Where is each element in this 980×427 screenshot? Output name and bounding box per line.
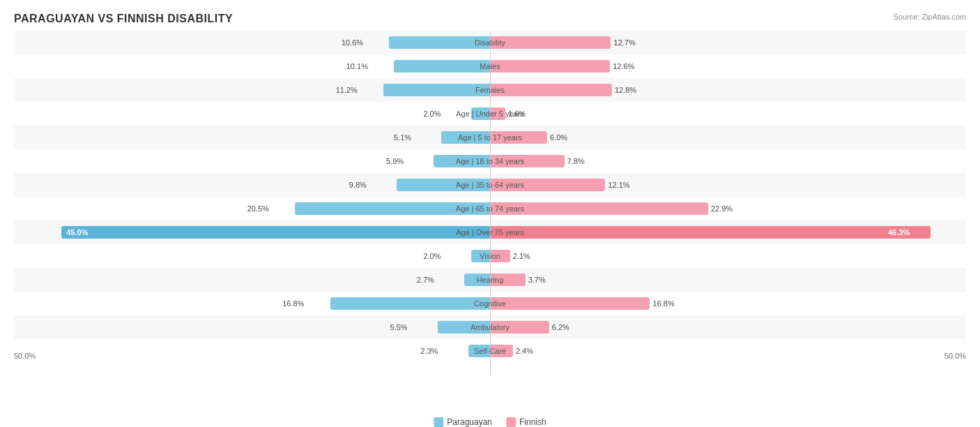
row-val-left: 2.0% (423, 110, 441, 118)
row-val-left: 5.9% (386, 157, 404, 165)
source-label: Source: ZipAtlas.com (893, 13, 966, 21)
chart-title: PARAGUAYAN VS FINNISH DISABILITY (14, 13, 966, 25)
legend-finnish: Finnish (506, 417, 546, 427)
row-val-right: 12.8% (615, 86, 636, 94)
row-val-right: 1.6% (508, 110, 526, 118)
row-label: Hearing (477, 276, 504, 284)
row-label: Vision (480, 252, 500, 260)
row-val-right: 7.8% (567, 157, 585, 165)
row-val-left: 16.8% (282, 299, 304, 308)
row-label: Age | 5 to 17 years (458, 133, 522, 142)
row-label: Age | 35 to 64 years (456, 181, 524, 189)
row-label: Age | Over 75 years (456, 228, 524, 237)
chart-container: PARAGUAYAN VS FINNISH DISABILITY Source:… (0, 0, 980, 427)
row-val-right: 12.7% (614, 38, 636, 47)
row-val-left: 2.3% (420, 347, 438, 355)
legend-finnish-label: Finnish (519, 417, 546, 427)
axis-left-label: 50.0% (14, 352, 36, 360)
row-val-right: 22.9% (711, 204, 733, 213)
row-val-right: 3.7% (528, 276, 546, 284)
legend-finnish-box (506, 417, 516, 427)
row-val-right: 12.1% (608, 181, 629, 189)
row-val-left: 10.6% (342, 38, 363, 47)
row-label: Age | 18 to 34 years (456, 157, 524, 165)
row-label: Females (475, 86, 505, 94)
row-label: Males (480, 62, 500, 70)
row-val-left: 5.1% (394, 133, 411, 142)
row-val-left: 2.7% (417, 276, 434, 284)
row-val-right: 6.2% (552, 323, 569, 331)
row-val-right: 2.4% (516, 347, 533, 355)
legend-paraguayan: Paraguayan (434, 417, 492, 427)
row-val-left: 20.5% (247, 204, 269, 213)
row-val-left: 11.2% (336, 86, 358, 94)
row-label: Ambulatory (470, 323, 510, 331)
legend-paraguayan-label: Paraguayan (447, 417, 492, 427)
row-val-right: 6.0% (550, 133, 567, 142)
chart-legend: Paraguayan Finnish (434, 417, 546, 427)
row-label: Cognitive (474, 299, 506, 308)
row-val-left: 5.5% (390, 323, 408, 331)
row-val-left: 2.0% (423, 252, 441, 260)
row-val-right: 16.8% (653, 299, 675, 308)
row-val-left: 45.0% (66, 228, 88, 237)
row-val-left: 9.8% (349, 181, 367, 189)
chart-area: Disability10.6%12.7%Males10.1%12.6%Femal… (14, 31, 966, 375)
axis-right-label: 50.0% (944, 352, 966, 360)
row-label: Self-Care (474, 347, 506, 355)
row-label: Age | 65 to 74 years (456, 204, 524, 213)
row-val-right: 2.1% (513, 252, 530, 260)
row-val-right: 46.3% (888, 228, 910, 237)
row-label: Disability (475, 38, 505, 47)
row-val-left: 10.1% (346, 62, 368, 70)
row-val-right: 12.6% (613, 62, 634, 70)
legend-paraguayan-box (434, 417, 443, 427)
